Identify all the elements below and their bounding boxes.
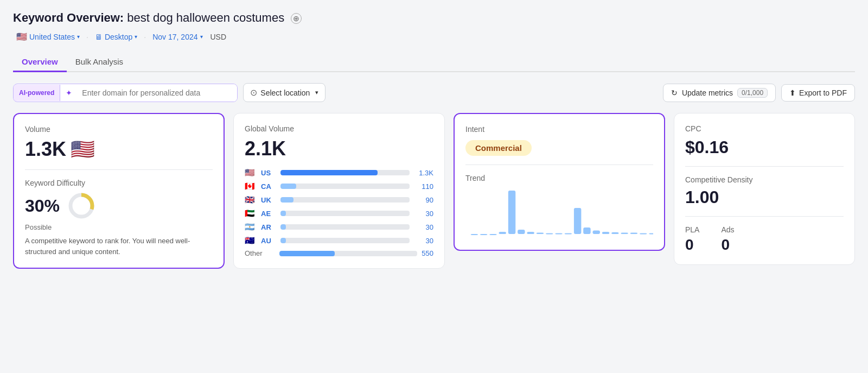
country-code: CA	[261, 182, 276, 191]
location-label: United States	[29, 33, 75, 41]
refresh-icon: ↻	[671, 88, 678, 97]
title-prefix: Keyword Overview:	[13, 11, 127, 24]
kd-label: Keyword Difficulty	[25, 179, 213, 187]
other-bar	[279, 251, 417, 256]
sparkle-icon: ✦	[60, 88, 74, 97]
kd-sublabel: Possible	[25, 223, 213, 231]
country-value: 30	[414, 223, 433, 231]
country-bar	[280, 224, 410, 230]
tab-overview[interactable]: Overview	[13, 53, 67, 72]
update-count-badge: 0/1,000	[737, 88, 768, 98]
currency-label: USD	[210, 33, 227, 41]
ads-value: 0	[721, 236, 734, 254]
location-filter-label: Select location	[260, 88, 310, 97]
cpc-divider	[685, 166, 844, 167]
kd-donut-chart	[67, 192, 95, 220]
country-bar	[280, 170, 410, 175]
cpc-value: $0.16	[685, 137, 844, 157]
meta-bar: 🇺🇸 United States ▾ · 🖥 Desktop ▾ · Nov 1…	[13, 30, 855, 43]
kd-percent: 30%	[25, 196, 60, 216]
svg-rect-16	[602, 232, 609, 234]
country-value: 30	[414, 237, 433, 245]
cd-divider	[685, 216, 844, 217]
device-chevron-icon: ▾	[135, 34, 137, 40]
svg-rect-5	[499, 232, 506, 234]
date-chevron-icon: ▾	[200, 34, 203, 40]
location-filter-chevron-icon: ▾	[315, 89, 318, 96]
svg-rect-12	[565, 233, 572, 234]
cards-grid: Volume 1.3K 🇺🇸 Keyword Difficulty 30% Po…	[13, 113, 855, 269]
kd-description: A competitive keyword to rank for. You w…	[25, 236, 213, 257]
svg-rect-21	[649, 233, 653, 234]
svg-rect-7	[518, 230, 525, 234]
svg-rect-17	[611, 232, 618, 234]
svg-rect-18	[621, 233, 628, 234]
svg-rect-15	[593, 231, 600, 234]
trend-label: Trend	[465, 174, 653, 182]
country-code: AR	[261, 223, 276, 231]
svg-rect-14	[583, 227, 590, 234]
add-keyword-icon[interactable]: ⊕	[291, 13, 302, 24]
intent-label: Intent	[465, 125, 653, 134]
export-pdf-button[interactable]: ⬆ Export to PDF	[781, 84, 855, 102]
country-row: 🇺🇸 US 1.3K	[245, 168, 433, 178]
export-icon: ⬆	[789, 88, 796, 97]
country-flag-icon: 🇺🇸	[245, 168, 257, 178]
volume-card: Volume 1.3K 🇺🇸 Keyword Difficulty 30% Po…	[13, 113, 225, 269]
country-row: 🇨🇦 CA 110	[245, 181, 433, 191]
intent-card: Intent Commercial Trend	[454, 113, 665, 251]
cpc-card: CPC $0.16 Competitive Density 1.00 PLA 0…	[674, 113, 855, 265]
tab-bar: Overview Bulk Analysis	[13, 53, 855, 72]
svg-rect-3	[480, 234, 487, 235]
country-row: 🇦🇷 AR 30	[245, 222, 433, 232]
country-bar	[280, 238, 410, 243]
country-value: 30	[414, 210, 433, 218]
country-flag-icon: 🇦🇪	[245, 208, 257, 218]
domain-input[interactable]	[74, 84, 237, 102]
country-code: UK	[261, 196, 276, 204]
pla-item: PLA 0	[685, 225, 699, 254]
update-metrics-label: Update metrics	[682, 88, 733, 97]
country-flag-icon: 🇨🇦	[245, 181, 257, 191]
device-selector[interactable]: 🖥 Desktop ▾	[92, 31, 141, 42]
cd-value: 1.00	[685, 187, 844, 207]
separator-1: ·	[86, 33, 88, 41]
svg-rect-19	[630, 233, 637, 234]
country-code: AU	[261, 237, 276, 245]
cd-label: Competitive Density	[685, 175, 844, 184]
svg-rect-6	[508, 191, 515, 234]
country-bar	[280, 197, 410, 203]
country-flag-icon: 🇬🇧	[245, 195, 257, 205]
global-volume-card: Global Volume 2.1K 🇺🇸 US 1.3K 🇨🇦 CA 110 …	[233, 113, 445, 269]
tab-bulk-analysis[interactable]: Bulk Analysis	[67, 53, 132, 72]
country-value: 110	[414, 182, 433, 191]
date-label: Nov 17, 2024	[152, 33, 197, 41]
global-volume-label: Global Volume	[245, 124, 433, 133]
country-rows: 🇺🇸 US 1.3K 🇨🇦 CA 110 🇬🇧 UK 90 🇦🇪 AE	[245, 168, 433, 245]
location-chevron-icon: ▾	[77, 34, 80, 40]
country-bar	[280, 211, 410, 216]
update-metrics-button[interactable]: ↻ Update metrics 0/1,000	[663, 84, 776, 102]
pla-value: 0	[685, 236, 699, 254]
cpc-label: CPC	[685, 124, 844, 133]
toolbar: AI-powered ✦ ⊙ Select location ▾ ↻ Updat…	[13, 83, 855, 102]
ai-domain-field[interactable]: AI-powered ✦	[13, 84, 238, 102]
keyword-difficulty-section: Keyword Difficulty 30% Possible A compet…	[25, 179, 213, 257]
page-title: Keyword Overview: best dog halloween cos…	[13, 11, 855, 25]
location-pin-icon: ⊙	[250, 87, 257, 98]
location-filter[interactable]: ⊙ Select location ▾	[243, 83, 326, 102]
export-label: Export to PDF	[799, 88, 847, 97]
global-volume-value: 2.1K	[245, 137, 433, 160]
country-row: 🇦🇺 AU 30	[245, 236, 433, 245]
country-value: 90	[414, 196, 433, 204]
country-bar	[280, 184, 410, 189]
title-keyword: best dog halloween costumes	[127, 11, 284, 24]
country-row: 🇬🇧 UK 90	[245, 195, 433, 205]
kd-value-row: 30%	[25, 192, 213, 220]
date-selector[interactable]: Nov 17, 2024 ▾	[149, 31, 206, 42]
intent-divider	[465, 165, 653, 165]
country-row: 🇦🇪 AE 30	[245, 208, 433, 218]
svg-rect-2	[471, 234, 478, 235]
location-selector[interactable]: 🇺🇸 United States ▾	[13, 30, 83, 43]
desktop-icon: 🖥	[95, 33, 103, 41]
